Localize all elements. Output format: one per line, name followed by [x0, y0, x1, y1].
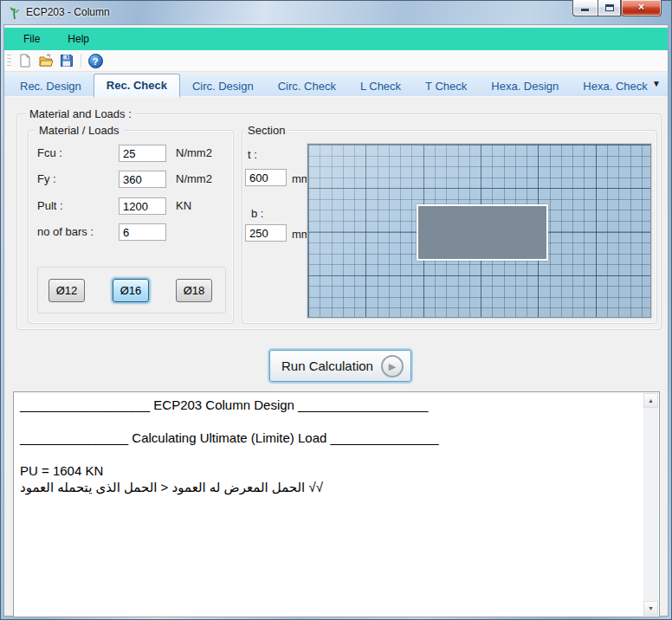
bar-diameter-panel: Ø12 Ø16 Ø18 [37, 267, 226, 313]
save-button[interactable] [56, 51, 77, 70]
fcu-label: Fcu : [37, 146, 62, 159]
tab-overflow-icon[interactable]: ▼ [652, 79, 661, 88]
section-title: Section [244, 124, 288, 137]
output-textbox[interactable]: __________________ ECP203 Column Design … [13, 391, 660, 617]
output-line-arabic: √√ الحمل المعرض له العمود < الحمل الذى ي… [20, 479, 643, 495]
tab-circ-design[interactable]: Circ. Design [180, 75, 266, 97]
client-area: File Help [3, 24, 669, 617]
app-icon [8, 6, 22, 20]
minimize-icon [581, 9, 589, 11]
toolbar-separator [81, 54, 81, 68]
tab-circ-check[interactable]: Circ. Check [266, 75, 348, 97]
title-bar[interactable]: ECP203 - Column × [0, 0, 672, 24]
caption-buttons: × [572, 0, 662, 16]
column-cross-section-rect [417, 204, 548, 261]
material-loads-inner-title: Material / Loads [36, 124, 123, 137]
run-calculation-label: Run Calculation [281, 358, 373, 373]
output-line [20, 413, 643, 429]
material-loads-inner-group: Material / Loads Fcu : N/mm2 Fy : N/mm2 … [28, 130, 234, 324]
scroll-up-icon[interactable]: ▲ [643, 393, 658, 408]
section-group: Section t : mm b : mm [242, 130, 657, 324]
pult-unit: KN [176, 199, 191, 212]
run-calculation-button[interactable]: Run Calculation ▶ [269, 350, 411, 382]
b-label: b : [251, 207, 263, 220]
t-label: t : [248, 148, 257, 161]
menu-bar: File Help [4, 28, 668, 50]
tab-strip: Rec. Design Rec. Check Circ. Design Circ… [4, 74, 668, 97]
bars-count-label: no of bars : [37, 225, 94, 238]
output-line: _______________ Calculating Ultimate (Li… [20, 429, 643, 446]
new-document-icon [18, 54, 32, 68]
pult-input[interactable] [119, 197, 166, 215]
save-floppy-icon [60, 54, 74, 68]
open-file-button[interactable] [36, 51, 56, 70]
output-text: __________________ ECP203 Column Design … [14, 392, 643, 617]
tab-rec-check[interactable]: Rec. Check [94, 74, 180, 97]
bars-count-input[interactable] [119, 223, 166, 241]
new-document-button[interactable] [15, 51, 36, 70]
help-icon: ? [88, 54, 103, 68]
application-window: ECP203 - Column × File Help [0, 0, 672, 620]
maximize-button[interactable] [598, 0, 621, 16]
output-line: __________________ ECP203 Column Design … [20, 397, 643, 413]
open-folder-icon [39, 54, 54, 68]
tab-l-check[interactable]: L Check [348, 75, 413, 97]
t-input[interactable] [245, 169, 287, 186]
play-icon: ▶ [381, 355, 404, 378]
maximize-icon [605, 4, 614, 11]
menu-help[interactable]: Help [59, 29, 98, 49]
fy-unit: N/mm2 [176, 172, 212, 185]
diameter-12-button[interactable]: Ø12 [48, 279, 85, 302]
help-button[interactable]: ? [85, 51, 106, 70]
fcu-input[interactable] [119, 145, 166, 162]
diameter-18-button[interactable]: Ø18 [176, 279, 212, 302]
material-and-loads-group: Material and Loads : Material / Loads Fc… [16, 113, 662, 330]
section-grid-picture [307, 144, 651, 318]
window-title: ECP203 - Column [26, 6, 110, 18]
scroll-down-icon[interactable]: ▼ [643, 601, 658, 616]
fcu-unit: N/mm2 [176, 146, 212, 159]
b-input[interactable] [245, 224, 287, 242]
minimize-button[interactable] [572, 0, 598, 16]
toolbar: ? [4, 50, 668, 72]
menu-file[interactable]: File [15, 29, 48, 49]
output-line [20, 446, 643, 462]
tab-rec-design[interactable]: Rec. Design [8, 75, 94, 97]
tab-t-check[interactable]: T Check [413, 75, 479, 97]
material-and-loads-title: Material and Loads : [26, 107, 135, 120]
close-icon: × [638, 1, 644, 13]
tab-hexa-check[interactable]: Hexa. Check [571, 75, 659, 97]
fy-input[interactable] [119, 171, 166, 188]
fy-label: Fy : [37, 172, 56, 185]
toolbar-grip[interactable] [7, 54, 11, 68]
pult-label: Pult : [37, 199, 63, 212]
tab-hexa-design[interactable]: Hexa. Design [479, 75, 571, 97]
output-scrollbar[interactable]: ▲ ▼ [643, 393, 658, 616]
close-button[interactable]: × [621, 0, 662, 16]
diameter-16-button[interactable]: Ø16 [113, 279, 149, 302]
output-line: PU = 1604 KN [20, 462, 643, 479]
